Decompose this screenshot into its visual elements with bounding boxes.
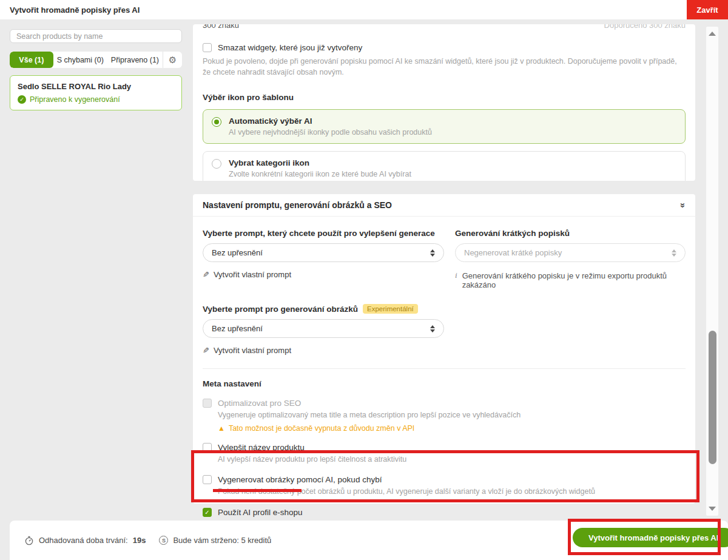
meta-row-generate-images: Vygenerovat obrázky pomocí AI, pokud chy…	[203, 475, 686, 498]
prompt-select-label: Vyberte prompt, který chcete použít pro …	[203, 229, 444, 238]
prompt-settings-title: Nastavení promptu, generování obrázků a …	[203, 200, 392, 210]
short-desc-info-text: Generování krátkého popisku je v režimu …	[462, 271, 686, 289]
credits-label: Bude vám strženo: 5 kreditů	[173, 536, 271, 545]
product-status: ✓ Připraveno k vygenerování	[18, 95, 174, 104]
select-arrows-icon	[430, 249, 435, 257]
modal-header: Vytvořit hromadně popisky přes AI Zavřít	[0, 0, 728, 19]
meta-row-seo: Optimalizovat pro SEO Vygeneruje optimal…	[203, 399, 686, 433]
prompt-select[interactable]: Bez upřesnění	[203, 243, 444, 262]
chevron-double-down-icon[interactable]: »	[678, 203, 687, 207]
seo-label: Optimalizovat pro SEO	[218, 399, 686, 408]
create-custom-image-prompt-label: Vytvořit vlastní prompt	[214, 346, 291, 355]
warning-icon: ▲	[218, 424, 225, 433]
tab-all[interactable]: Vše (1)	[10, 52, 53, 68]
duration-label: Odhadovaná doba trvání:	[39, 536, 128, 545]
meta-settings-title: Meta nastavení	[203, 379, 686, 388]
improve-title-label[interactable]: Vylepšit název produktu	[218, 443, 686, 452]
check-circle-icon: ✓	[18, 95, 26, 104]
image-prompt-label-text: Vyberte prompt pro generování obrázků	[203, 305, 358, 314]
pencil-icon: ✎	[203, 270, 209, 279]
scrollbar-thumb[interactable]	[709, 331, 716, 464]
page-title: Vytvořit hromadně popisky přes AI	[0, 5, 140, 15]
bulk-ai-modal: Vytvořit hromadně popisky přes AI Zavřít…	[0, 0, 728, 560]
delete-widgets-label[interactable]: Smazat widgety, které jsou již vytvořeny	[218, 43, 362, 52]
scroll-down-arrow[interactable]	[709, 507, 716, 511]
short-desc-select: Negenerovat krátké popisky	[455, 243, 686, 262]
option-title: Automatický výběr AI	[229, 116, 432, 126]
search-input[interactable]	[10, 29, 182, 43]
stopwatch-icon	[24, 536, 34, 545]
duration-info: Odhadovaná doba trvání:19s	[24, 536, 146, 545]
delete-widgets-checkbox[interactable]	[203, 43, 212, 52]
prompt-settings-card: Nastavení promptu, generování obrázků a …	[193, 194, 695, 504]
seo-warning: ▲ Tato možnost je dočasně vypnuta z důvo…	[218, 424, 686, 433]
short-desc-select-value: Negenerovat krátké popisky	[464, 248, 562, 257]
pencil-icon: ✎	[203, 346, 209, 355]
seo-checkbox	[203, 399, 212, 408]
image-prompt-select-value: Bez upřesnění	[212, 324, 263, 333]
image-prompt-select[interactable]: Bez upřesnění	[203, 319, 444, 338]
short-desc-label: Generování krátkých popisků	[455, 229, 686, 238]
option-auto-icon-select[interactable]: Automatický výběr AI AI vybere nejvhodně…	[203, 109, 686, 144]
icon-section-title: Výběr ikon pro šablonu	[203, 93, 686, 102]
gear-icon[interactable]: ⚙	[163, 52, 182, 68]
ai-profile-checkbox[interactable]: ✓	[203, 508, 212, 517]
recommended-chars-label: Doporučeno 300 znaků	[604, 24, 686, 30]
meta-row-improve-title: Vylepšit název produktu AI vylepší název…	[203, 443, 686, 465]
tab-with-errors[interactable]: S chybami (0)	[53, 52, 107, 68]
generate-images-description: Pokud není dostatečný počet obrázků u pr…	[218, 487, 686, 498]
create-custom-prompt-label: Vytvořit vlastní prompt	[214, 270, 291, 279]
short-desc-info: i Generování krátkého popisku je v režim…	[455, 271, 686, 289]
product-card[interactable]: Sedlo SELLE ROYAL Rio Lady ✓ Připraveno …	[10, 75, 182, 110]
template-settings-card: 300 znaků Doporučeno 300 znaků Smazat wi…	[193, 24, 695, 181]
char-count-label: 300 znaků	[203, 24, 239, 30]
seo-description: Vygeneruje optimalizovaný meta title a m…	[218, 410, 686, 421]
option-title: Vybrat kategorii ikon	[229, 158, 411, 167]
image-prompt-group: Vyberte prompt pro generování obrázkůExp…	[203, 304, 444, 355]
improve-title-checkbox[interactable]	[203, 443, 212, 452]
product-sidebar: Vše (1) S chybami (0) Připraveno (1) ⚙ S…	[10, 29, 182, 110]
select-arrows-icon	[430, 325, 435, 332]
prompt-settings-header[interactable]: Nastavení promptu, generování obrázků a …	[193, 194, 695, 217]
generate-images-checkbox[interactable]	[203, 475, 212, 484]
create-custom-prompt-link[interactable]: ✎ Vytvořit vlastní prompt	[203, 270, 444, 279]
seo-warning-text: Tato možnost je dočasně vypnuta z důvodu…	[229, 424, 414, 433]
filter-tabbar: Vše (1) S chybami (0) Připraveno (1) ⚙	[10, 52, 182, 68]
select-arrows-icon	[672, 249, 676, 257]
product-status-label: Připraveno k vygenerování	[30, 95, 120, 104]
radio-selected-icon[interactable]	[212, 117, 221, 127]
radio-unselected-icon[interactable]	[212, 159, 221, 169]
credits-info: S Bude vám strženo: 5 kreditů	[159, 536, 271, 545]
generate-images-label[interactable]: Vygenerovat obrázky pomocí AI, pokud chy…	[218, 475, 686, 484]
ai-profile-label[interactable]: Použít AI profil e-shopu	[218, 508, 686, 517]
modal-footer: Odhadovaná doba trvání:19s S Bude vám st…	[10, 521, 728, 560]
credits-icon: S	[159, 536, 168, 545]
scroll-up-arrow[interactable]	[709, 32, 716, 36]
divider	[203, 368, 686, 369]
image-prompt-label: Vyberte prompt pro generování obrázkůExp…	[203, 304, 444, 314]
option-description: Zvolte konkrétní kategorii ikon ze které…	[229, 170, 411, 178]
tab-ready[interactable]: Připraveno (1)	[107, 52, 163, 68]
option-choose-icon-category[interactable]: Vybrat kategorii ikon Zvolte konkrétní k…	[203, 151, 686, 181]
experimental-badge: Experimentální	[363, 304, 418, 314]
prompt-select-group: Vyberte prompt, který chcete použít pro …	[203, 229, 444, 289]
duration-value: 19s	[133, 536, 146, 545]
close-button[interactable]: Zavřít	[687, 0, 728, 19]
submit-button[interactable]: Vytvořit hromadně popisky přes AI	[573, 528, 728, 547]
vertical-scrollbar[interactable]	[706, 27, 718, 516]
info-icon: i	[455, 271, 457, 280]
improve-title-description: AI vylepší název produktu pro lepší čite…	[218, 454, 686, 465]
product-name: Sedlo SELLE ROYAL Rio Lady	[18, 82, 174, 91]
clipped-row: 300 znaků Doporučeno 300 znaků	[203, 24, 686, 32]
prompt-select-value: Bez upřesnění	[212, 248, 263, 257]
delete-widgets-description: Pokud je povoleno, dojde při generování …	[203, 56, 686, 78]
short-desc-group: Generování krátkých popisků Negenerovat …	[455, 229, 686, 289]
option-description: AI vybere nejvhodnější ikonky podle obsa…	[229, 128, 432, 137]
create-custom-image-prompt-link[interactable]: ✎ Vytvořit vlastní prompt	[203, 346, 444, 355]
